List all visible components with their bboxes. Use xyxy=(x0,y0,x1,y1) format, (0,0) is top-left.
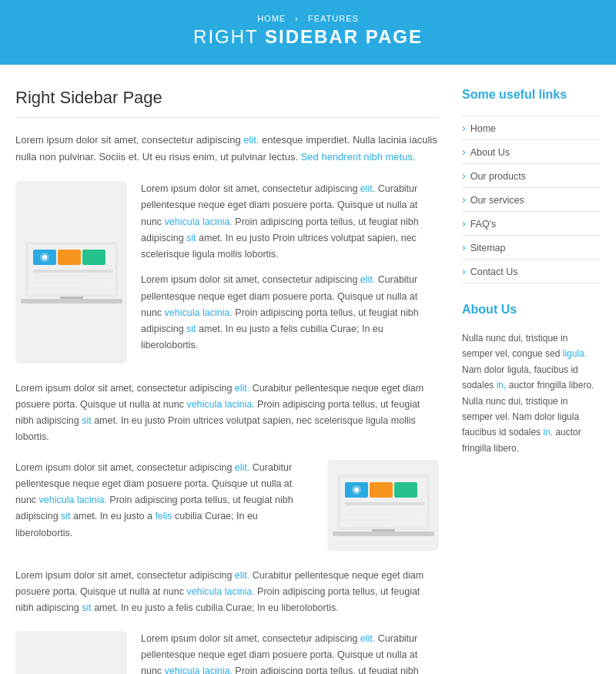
svg-rect-25 xyxy=(333,531,434,536)
block1-p2: Lorem ipsum dolor sit amet, consectetur … xyxy=(141,272,439,354)
list-item: Our services xyxy=(462,188,601,212)
list-item: Our products xyxy=(462,164,601,188)
svg-rect-21 xyxy=(345,502,425,505)
block-text-1: Lorem ipsum dolor sit amet, consectetur … xyxy=(141,181,439,364)
page-header: HOME › FEATURES RIGHT SIDEBAR PAGE xyxy=(0,0,616,65)
svg-rect-18 xyxy=(394,482,417,498)
main-content: Right Sidebar Page Lorem ipsum dolor sit… xyxy=(15,88,439,674)
list-item: FAQ's xyxy=(462,212,601,236)
svg-rect-13 xyxy=(60,297,83,299)
content-wrapper: Right Sidebar Page Lorem ipsum dolor sit… xyxy=(0,65,616,674)
breadcrumb: HOME › FEATURES xyxy=(15,14,601,23)
sidebar-about-title: About Us xyxy=(462,303,601,321)
svg-rect-5 xyxy=(82,250,105,265)
full-text2-link3[interactable]: felis xyxy=(155,511,172,521)
block-text-2: Lorem ipsum dolor sit amet, consectetur … xyxy=(15,460,313,551)
full-text3-link2[interactable]: vehicula lacinia. xyxy=(186,586,254,597)
about-link1[interactable]: ligula. xyxy=(563,348,587,359)
block1-link2[interactable]: sit xyxy=(186,233,196,243)
breadcrumb-current: FEATURES xyxy=(308,14,359,23)
page-header-title: RIGHT SIDEBAR PAGE xyxy=(15,26,601,48)
full-text1-link2[interactable]: sit xyxy=(82,415,92,426)
block1-link3[interactable]: vehicula lacinia. xyxy=(165,307,233,318)
full-text3-link1[interactable]: elit. xyxy=(235,570,249,581)
svg-point-7 xyxy=(42,255,47,260)
sidebar-item-products[interactable]: Our products xyxy=(462,169,601,182)
about-link3[interactable]: in, xyxy=(543,427,553,438)
svg-rect-12 xyxy=(21,299,122,303)
breadcrumb-home[interactable]: HOME xyxy=(257,14,286,23)
svg-rect-17 xyxy=(370,482,393,498)
sidebar-about-text: Nulla nunc dui, tristique in semper vel,… xyxy=(462,330,601,456)
block1-p1: Lorem ipsum dolor sit amet, consectetur … xyxy=(141,181,439,263)
laptop-image-1 xyxy=(15,181,127,364)
sidebar-item-faq[interactable]: FAQ's xyxy=(462,217,601,230)
sidebar-item-services[interactable]: Our services xyxy=(462,193,601,206)
svg-rect-9 xyxy=(33,276,95,278)
full-text1-link1[interactable]: vehicula lacinia. xyxy=(186,399,254,410)
block1-link4[interactable]: sit xyxy=(186,324,196,334)
full-text3-link3[interactable]: sit xyxy=(82,602,92,613)
block-text-3: Lorem ipsum dolor sit amet, consectetur … xyxy=(141,631,439,674)
svg-rect-24 xyxy=(345,519,391,521)
sidebar-item-home[interactable]: Home xyxy=(462,122,601,134)
svg-rect-4 xyxy=(58,250,81,265)
sidebar-nav: Home About Us Our products Our services … xyxy=(462,116,601,283)
sidebar-links-section: Some useful links Home About Us Our prod… xyxy=(462,88,601,283)
laptop-image-2 xyxy=(327,460,439,551)
block1-link1[interactable]: vehicula lacinia. xyxy=(165,216,233,227)
full-text2-p: Lorem ipsum dolor sit amet, consectetur … xyxy=(15,460,313,542)
list-item: Contact Us xyxy=(462,260,601,283)
sidebar: Some useful links Home About Us Our prod… xyxy=(462,88,601,674)
svg-rect-8 xyxy=(33,270,113,273)
page-title: Right Sidebar Page xyxy=(15,88,439,118)
laptop-image-3 xyxy=(15,631,127,674)
full-text-1: Lorem ipsum dolor sit amet, consectetur … xyxy=(15,381,439,446)
svg-rect-22 xyxy=(345,508,407,511)
breadcrumb-separator: › xyxy=(295,14,299,23)
sidebar-links-title: Some useful links xyxy=(462,88,601,106)
full-text2-link2[interactable]: sit xyxy=(61,511,71,521)
list-item: Sitemap xyxy=(462,236,601,260)
content-block-1: Lorem ipsum dolor sit amet, consectetur … xyxy=(15,181,439,364)
header-title-light: RIGHT xyxy=(193,26,265,47)
header-title-bold: SIDEBAR PAGE xyxy=(265,26,423,47)
svg-rect-11 xyxy=(33,287,79,289)
svg-rect-10 xyxy=(33,281,102,283)
sidebar-item-about[interactable]: About Us xyxy=(462,146,601,158)
content-block-2: Lorem ipsum dolor sit amet, consectetur … xyxy=(15,460,439,551)
svg-point-20 xyxy=(354,488,359,492)
about-link2[interactable]: in, xyxy=(497,380,507,391)
list-item: Home xyxy=(462,116,601,140)
full-text2-link1[interactable]: vehicula lacinia. xyxy=(39,495,107,505)
content-block-3: Lorem ipsum dolor sit amet, consectetur … xyxy=(15,631,439,674)
list-item: About Us xyxy=(462,140,601,164)
svg-rect-23 xyxy=(345,514,414,516)
sidebar-item-sitemap[interactable]: Sitemap xyxy=(462,241,601,253)
sidebar-item-contact[interactable]: Contact Us xyxy=(462,265,601,277)
intro-text: Lorem ipsum dolor sit amet, consectetur … xyxy=(15,132,439,166)
sidebar-about-section: About Us Nulla nunc dui, tristique in se… xyxy=(462,303,601,456)
svg-rect-26 xyxy=(372,529,395,531)
full-text-3: Lorem ipsum dolor sit amet, consectetur … xyxy=(15,568,439,617)
block2-link1[interactable]: vehicula lacinia. xyxy=(165,666,233,674)
block2-p1: Lorem ipsum dolor sit amet, consectetur … xyxy=(141,631,439,674)
